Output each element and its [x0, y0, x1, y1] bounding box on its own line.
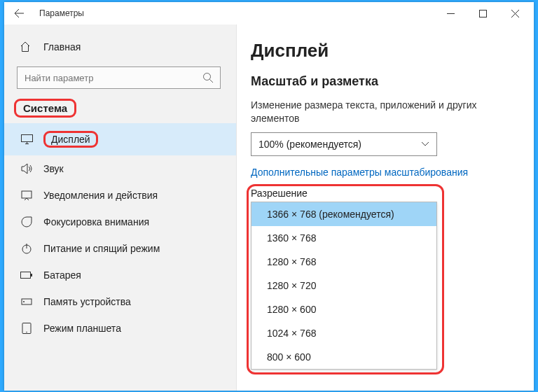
scale-heading: Масштаб и разметка	[251, 74, 523, 89]
nav-label: Фокусировка внимания	[43, 216, 149, 227]
main-panel: Дисплей Масштаб и разметка Изменение раз…	[237, 24, 534, 391]
nav-label: Дисплей	[43, 131, 98, 148]
nav-item-tablet[interactable]: Режим планшета	[4, 315, 236, 342]
scale-dropdown[interactable]: 100% (рекомендуется)	[251, 132, 437, 156]
nav-item-battery[interactable]: Батарея	[4, 262, 236, 288]
home-label: Главная	[43, 41, 81, 52]
window-controls	[434, 2, 531, 24]
page-heading: Дисплей	[251, 40, 523, 62]
svg-point-1	[204, 74, 211, 80]
maximize-icon	[479, 10, 487, 18]
sidebar: Главная Система Дисплей	[4, 24, 237, 391]
search-wrap	[4, 59, 236, 99]
minimize-icon	[447, 10, 455, 18]
nav-list: Дисплей Звук Уведомления и действия	[4, 119, 236, 342]
storage-icon	[20, 296, 34, 307]
chevron-down-icon	[421, 141, 429, 147]
nav-item-display[interactable]: Дисплей	[4, 123, 236, 155]
nav-item-sound[interactable]: Звук	[4, 155, 236, 182]
search-icon	[202, 72, 214, 83]
nav-label: Звук	[43, 163, 64, 174]
arrow-left-icon	[13, 8, 25, 19]
back-button[interactable]	[7, 2, 31, 24]
resolution-option[interactable]: 800 × 600	[251, 345, 436, 369]
close-button[interactable]	[499, 2, 531, 24]
svg-point-8	[23, 301, 25, 302]
nav-item-notifications[interactable]: Уведомления и действия	[4, 182, 236, 209]
svg-rect-2	[21, 135, 32, 142]
resolution-option[interactable]: 1366 × 768 (рекомендуется)	[251, 202, 436, 226]
home-nav[interactable]: Главная	[4, 37, 236, 59]
resolution-option[interactable]: 1360 × 768	[251, 226, 436, 250]
nav-item-focus[interactable]: Фокусировка внимания	[4, 209, 236, 235]
nav-label: Батарея	[43, 270, 81, 281]
resolution-dropdown-list[interactable]: 1366 × 768 (рекомендуется) 1360 × 768 12…	[251, 202, 437, 370]
display-icon	[20, 134, 34, 144]
maximize-button[interactable]	[467, 2, 499, 24]
nav-item-storage[interactable]: Память устройства	[4, 288, 236, 315]
resolution-option[interactable]: 1280 × 768	[251, 250, 436, 274]
sound-icon	[20, 163, 34, 174]
resolution-option[interactable]: 1280 × 720	[251, 274, 436, 298]
content-area: Главная Система Дисплей	[4, 24, 534, 391]
close-icon	[511, 10, 519, 18]
search-input[interactable]	[17, 66, 221, 89]
svg-rect-3	[22, 191, 32, 198]
advanced-scaling-link[interactable]: Дополнительные параметры масштабирования	[251, 167, 468, 178]
nav-label: Питание и спящий режим	[43, 243, 160, 254]
battery-icon	[20, 271, 34, 279]
power-icon	[20, 243, 34, 254]
settings-window: Параметры Главная	[4, 2, 534, 391]
svg-point-10	[26, 332, 27, 333]
titlebar: Параметры	[4, 2, 534, 24]
minimize-button[interactable]	[434, 2, 467, 24]
tablet-icon	[20, 323, 34, 334]
svg-rect-5	[21, 272, 31, 279]
scale-dropdown-value: 100% (рекомендуется)	[258, 139, 361, 150]
focus-icon	[20, 216, 34, 227]
resolution-option[interactable]: 1024 × 768	[251, 321, 436, 345]
sidebar-group-title: Система	[14, 99, 76, 118]
resolution-label: Разрешение	[251, 188, 523, 199]
nav-label: Уведомления и действия	[43, 190, 158, 201]
svg-rect-0	[479, 10, 486, 17]
notifications-icon	[20, 190, 34, 201]
svg-rect-6	[31, 274, 32, 276]
nav-item-power[interactable]: Питание и спящий режим	[4, 235, 236, 262]
resolution-option[interactable]: 1280 × 600	[251, 298, 436, 321]
home-icon	[20, 41, 34, 52]
nav-label: Память устройства	[43, 296, 131, 307]
window-title: Параметры	[39, 8, 84, 18]
nav-label: Режим планшета	[43, 323, 121, 334]
scale-description: Изменение размера текста, приложений и д…	[251, 99, 523, 125]
